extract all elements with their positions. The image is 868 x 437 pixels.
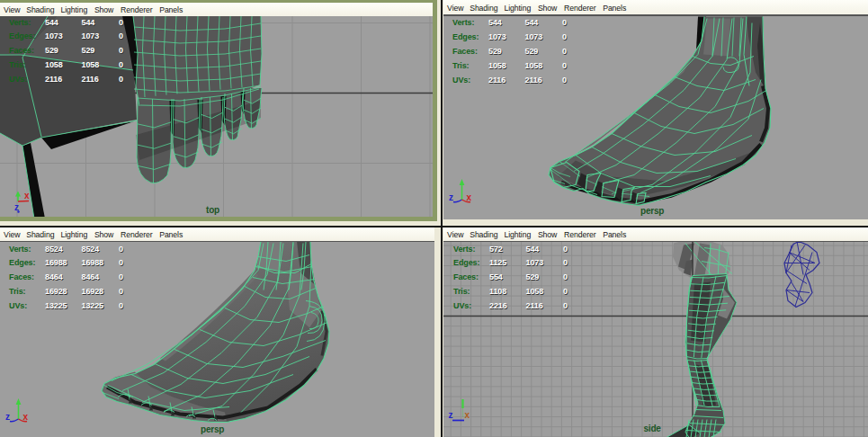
svg-text:z: z xyxy=(449,192,453,202)
svg-text:z: z xyxy=(448,410,452,420)
svg-text:x: x xyxy=(467,192,472,202)
svg-text:x: x xyxy=(464,410,470,420)
svg-text:x: x xyxy=(23,411,29,421)
svg-text:x: x xyxy=(24,191,30,201)
svg-text:z: z xyxy=(5,411,10,421)
